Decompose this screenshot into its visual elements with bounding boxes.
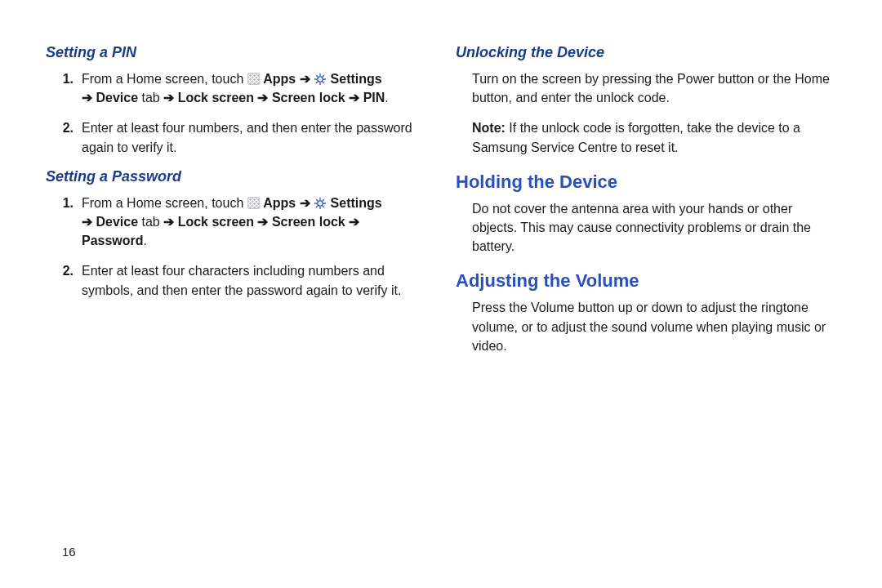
arrow-icon: ➔ bbox=[163, 215, 174, 229]
text-bold: Device bbox=[96, 215, 138, 229]
arrow-icon: ➔ bbox=[300, 72, 310, 86]
page-number: 16 bbox=[62, 545, 76, 559]
arrow-icon: ➔ bbox=[257, 91, 268, 105]
text-bold: Device bbox=[96, 91, 138, 105]
step-pin-2: 2. Enter at least four numbers, and then… bbox=[62, 118, 426, 156]
page-columns: Setting a PIN 1. From a Home screen, tou… bbox=[46, 39, 836, 363]
note-body: If the unlock code is forgotten, take th… bbox=[472, 121, 800, 154]
step-number: 1. bbox=[62, 69, 82, 107]
right-column: Unlocking the Device Turn on the screen … bbox=[456, 39, 836, 363]
note-label: Note: bbox=[472, 121, 509, 135]
text-bold: Screen lock bbox=[272, 91, 349, 105]
settings-label: Settings bbox=[331, 72, 382, 86]
heading-unlocking: Unlocking the Device bbox=[456, 44, 836, 61]
step-body: From a Home screen, touch Apps ➔ Setting… bbox=[82, 69, 426, 107]
step-body: From a Home screen, touch Apps ➔ Setting… bbox=[82, 194, 426, 251]
step-number: 2. bbox=[62, 261, 82, 299]
step-password-2: 2. Enter at least four characters includ… bbox=[62, 261, 426, 299]
heading-setting-password: Setting a Password bbox=[46, 168, 426, 185]
step-number: 2. bbox=[62, 118, 82, 156]
arrow-icon: ➔ bbox=[349, 215, 359, 229]
text-fragment: From a Home screen, touch bbox=[82, 72, 247, 86]
settings-label: Settings bbox=[331, 196, 382, 210]
steps-setting-password: 1. From a Home screen, touch Apps ➔ Sett… bbox=[46, 194, 426, 300]
arrow-icon: ➔ bbox=[349, 91, 359, 105]
apps-grid-icon bbox=[247, 73, 260, 85]
paragraph-volume: Press the Volume button up or down to ad… bbox=[456, 298, 836, 355]
text-bold: Screen lock bbox=[272, 215, 349, 229]
step-body: Enter at least four characters including… bbox=[82, 261, 426, 299]
steps-setting-pin: 1. From a Home screen, touch Apps ➔ Sett… bbox=[46, 69, 426, 157]
settings-gear-icon bbox=[314, 72, 327, 85]
text-fragment: tab bbox=[142, 91, 164, 105]
text-bold: Lock screen bbox=[178, 91, 258, 105]
step-password-1: 1. From a Home screen, touch Apps ➔ Sett… bbox=[62, 194, 426, 251]
arrow-icon: ➔ bbox=[300, 196, 310, 210]
left-column: Setting a PIN 1. From a Home screen, tou… bbox=[46, 39, 426, 363]
heading-holding: Holding the Device bbox=[456, 172, 836, 193]
apps-label: Apps bbox=[263, 72, 299, 86]
period: . bbox=[385, 91, 388, 105]
svg-point-0 bbox=[318, 77, 323, 82]
heading-setting-pin: Setting a PIN bbox=[46, 44, 426, 61]
heading-volume: Adjusting the Volume bbox=[456, 270, 836, 292]
text-bold: PIN bbox=[363, 91, 385, 105]
paragraph-unlocking: Turn on the screen by pressing the Power… bbox=[456, 69, 836, 107]
text-bold: Lock screen bbox=[178, 215, 258, 229]
text-fragment: From a Home screen, touch bbox=[82, 196, 247, 210]
text-fragment: tab bbox=[142, 215, 164, 229]
svg-point-1 bbox=[318, 201, 323, 206]
settings-gear-icon bbox=[314, 196, 327, 209]
step-number: 1. bbox=[62, 194, 82, 251]
arrow-icon: ➔ bbox=[82, 215, 92, 229]
apps-grid-icon bbox=[247, 197, 260, 209]
arrow-icon: ➔ bbox=[257, 215, 268, 229]
text-bold: Password bbox=[82, 234, 144, 247]
paragraph-holding: Do not cover the antenna area with your … bbox=[456, 199, 836, 256]
arrow-icon: ➔ bbox=[82, 91, 92, 105]
apps-label: Apps bbox=[263, 196, 299, 210]
note-unlocking: Note: If the unlock code is forgotten, t… bbox=[456, 118, 836, 156]
step-pin-1: 1. From a Home screen, touch Apps ➔ Sett… bbox=[62, 69, 426, 107]
arrow-icon: ➔ bbox=[163, 91, 174, 105]
step-body: Enter at least four numbers, and then en… bbox=[82, 118, 426, 156]
period: . bbox=[144, 234, 147, 247]
